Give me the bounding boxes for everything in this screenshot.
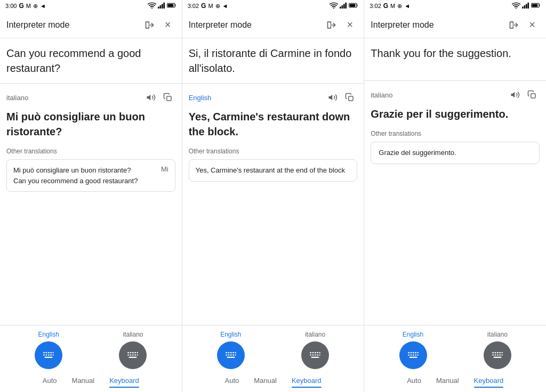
source-text-area: Si, il ristorante di Carmine in fondo al… [182,38,364,84]
status-bar: 3:02 G M ⊕ ◄ [364,0,546,12]
svg-rect-52 [227,357,235,358]
mode-tabs: AutoManualKeyboard [6,373,175,389]
svg-rect-24 [135,352,136,353]
copy-button[interactable] [342,90,357,105]
source-text: Si, il ristorante di Carmine in fondo al… [189,47,352,74]
tab-keyboard[interactable]: Keyboard [109,377,139,387]
lang1-mic-button[interactable] [217,341,245,369]
tab-keyboard[interactable]: Keyboard [474,377,504,387]
svg-rect-93 [499,354,501,355]
svg-rect-65 [522,7,524,9]
tab-auto[interactable]: Auto [224,377,239,387]
bottom-section: English italiano AutoManualKeyboard [0,325,182,392]
svg-rect-12 [48,352,50,353]
svg-rect-81 [412,354,414,355]
svg-rect-44 [230,352,232,353]
svg-rect-13 [50,352,52,353]
alt-translation-card[interactable]: Grazie del suggerimento. [371,142,540,164]
svg-rect-73 [531,94,535,98]
close-icon[interactable]: × [525,18,540,32]
lang1-group: English [399,331,427,369]
svg-rect-46 [235,352,236,353]
svg-rect-54 [312,352,314,353]
lang1-mic-button[interactable] [35,341,62,369]
svg-rect-9 [166,96,171,101]
svg-rect-18 [50,354,52,355]
svg-rect-2 [159,5,161,9]
lang1-mic-button[interactable] [399,341,427,369]
svg-rect-45 [232,352,234,353]
svg-rect-86 [494,352,496,353]
svg-rect-89 [501,352,502,353]
svg-rect-1 [158,7,159,9]
bottom-section: English italiano AutoManualKeyboard [364,325,546,392]
svg-rect-34 [342,5,343,9]
svg-rect-29 [135,354,136,355]
time-text: 3:02 [188,3,199,9]
svg-rect-50 [232,354,234,355]
gmail-icon: M [208,3,213,9]
battery-icon [531,3,541,9]
mode-tabs: AutoManualKeyboard [371,373,540,389]
svg-rect-11 [46,352,47,353]
lang2-label: italiano [123,331,143,338]
exit-icon[interactable] [507,18,521,32]
svg-rect-23 [132,352,134,353]
close-icon[interactable]: × [160,18,175,32]
svg-rect-62 [319,354,320,355]
alt-translation-card[interactable]: Mi può consigliare un buon ristorante? C… [6,159,175,192]
status-bar: 3:02 G M ⊕ ◄ [182,0,364,12]
svg-rect-42 [226,352,227,353]
tab-manual[interactable]: Manual [254,377,277,387]
svg-rect-27 [130,354,132,355]
signal-icon [158,2,165,10]
svg-rect-84 [409,357,417,358]
copy-button[interactable] [525,87,540,102]
lang1-group: English [35,331,62,369]
tab-manual[interactable]: Manual [72,377,95,387]
other-translations-label: Other translations [371,130,540,137]
svg-rect-66 [524,5,526,9]
svg-rect-10 [43,352,45,353]
volume-button[interactable] [143,90,158,105]
svg-rect-51 [235,354,236,355]
volume-button[interactable] [325,90,340,105]
svg-rect-87 [497,352,499,353]
status-time: 3:02 G M ⊕ ◄ [188,2,228,10]
svg-rect-36 [346,3,347,9]
exit-icon[interactable] [324,18,339,32]
close-icon[interactable]: × [342,18,357,32]
svg-rect-56 [317,352,318,353]
tab-manual[interactable]: Manual [436,377,459,387]
svg-rect-53 [310,352,311,353]
screen-2: 3:02 G M ⊕ ◄ Interpreter mode [182,0,365,392]
bottom-section: English italiano AutoManualKeyboard [182,325,364,392]
svg-rect-33 [340,7,341,9]
lang2-mic-button[interactable] [119,341,147,369]
lang2-group: italiano [301,331,329,369]
svg-rect-16 [46,354,47,355]
alt-translation-abbr: Mi [161,165,168,173]
svg-rect-57 [319,352,320,353]
app-title: Interpreter mode [6,20,139,30]
tab-auto[interactable]: Auto [407,377,421,387]
volume-button[interactable] [508,87,523,102]
tab-keyboard[interactable]: Keyboard [292,377,322,387]
translation-area: italiano Grazie per il suggerimento. Oth… [364,81,546,325]
svg-marker-40 [329,95,333,101]
google-icon: G [201,2,206,10]
wifi-icon [330,2,338,10]
app-header: Interpreter mode × [0,12,182,38]
lang2-mic-button[interactable] [484,341,511,369]
tab-auto[interactable]: Auto [43,377,57,387]
svg-rect-59 [312,354,314,355]
svg-rect-14 [53,352,54,353]
alt-translation-card[interactable]: Yes, Carmine's restaurant at the end of … [189,159,358,182]
svg-rect-91 [494,354,496,355]
svg-point-32 [333,7,334,9]
exit-icon[interactable] [142,18,157,32]
copy-button[interactable] [160,90,175,105]
language-buttons-row: English italiano [371,331,540,369]
gmail-icon: M [26,3,31,9]
lang2-mic-button[interactable] [301,341,329,369]
